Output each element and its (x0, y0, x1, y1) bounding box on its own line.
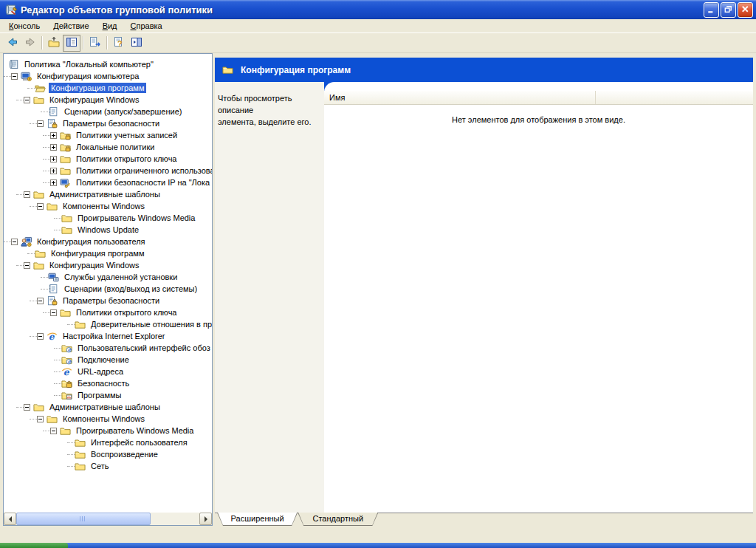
tree-item-label[interactable]: Пользовательский интерфейс обоз (75, 343, 213, 353)
collapse-icon[interactable] (37, 298, 44, 304)
toolbar-forward-button[interactable] (21, 35, 39, 52)
tree-item[interactable]: Параметры безопасности (4, 295, 212, 306)
tree-item-label[interactable]: Интерфейс пользователя (89, 437, 190, 448)
tree-item-label[interactable]: Воспроизведение (89, 449, 160, 459)
tree-item-label[interactable]: Параметры безопасности (61, 118, 162, 129)
tree-item[interactable]: Политики учетных записей (4, 129, 212, 141)
close-button[interactable] (738, 2, 753, 18)
expand-icon[interactable] (50, 144, 57, 151)
collapse-icon[interactable] (24, 97, 30, 103)
tree-item-label[interactable]: Компоненты Windows (61, 414, 147, 424)
tree-item[interactable]: eНастройка Internet Explorer (4, 330, 212, 342)
tree-item[interactable]: Сеть (4, 460, 212, 472)
collapse-icon[interactable] (37, 120, 44, 127)
tree-item[interactable]: Службы удаленной установки (4, 271, 212, 283)
tab-extended[interactable]: Расширенный (217, 513, 298, 526)
tree-item-label[interactable]: Локальные политики (74, 142, 157, 152)
tree-item[interactable]: Конфигурация программ (4, 247, 212, 259)
tree-item-label[interactable]: Сеть (89, 461, 111, 471)
menu-help[interactable]: Справка (124, 20, 169, 32)
tree-item-label[interactable]: Политики безопасности IP на "Лока (74, 177, 212, 188)
tree-item[interactable]: Политики открытого ключа (4, 306, 212, 318)
collapse-icon[interactable] (37, 333, 44, 340)
tree-item[interactable]: Конфигурация пользователя (4, 236, 212, 247)
tree-item[interactable]: Сценарии (вход/выход из системы) (4, 283, 212, 295)
tree-item-label[interactable]: Политики ограниченного использован (74, 165, 213, 176)
tree-item-label[interactable]: Конфигурация компьютера (35, 71, 141, 81)
tree-item-label[interactable]: Настройка Internet Explorer (61, 331, 168, 341)
column-header-blank[interactable] (596, 91, 753, 104)
tree-item[interactable]: Сценарии (запуск/завершение) (4, 106, 212, 117)
tab-standard[interactable]: Стандартный (298, 513, 378, 526)
tree-item[interactable]: eПользовательский интерфейс обоз (4, 342, 212, 354)
tree-item[interactable]: Административные шаблоны (4, 401, 212, 413)
collapse-icon[interactable] (24, 262, 30, 269)
tree-item[interactable]: Параметры безопасности (4, 117, 212, 129)
scroll-thumb[interactable] (16, 513, 151, 525)
tree-item-label[interactable]: Службы удаленной установки (62, 272, 179, 282)
toolbar-up-one-level-button[interactable] (45, 35, 63, 52)
tree-item-label[interactable]: Конфигурация пользователя (35, 236, 148, 247)
tree-item[interactable]: Политики ограниченного использован (4, 165, 212, 177)
expand-icon[interactable] (50, 179, 57, 186)
tree-item-label[interactable]: Сценарии (запуск/завершение) (62, 106, 184, 117)
collapse-icon[interactable] (24, 404, 30, 411)
menu-view[interactable]: Вид (96, 20, 124, 32)
tree-item[interactable]: Компоненты Windows (4, 413, 212, 425)
tree-item[interactable]: Доверительные отношения в пр (4, 318, 212, 330)
collapse-icon[interactable] (37, 203, 44, 210)
tree-item[interactable]: Конфигурация Windows (4, 94, 212, 106)
scroll-left-arrow[interactable] (4, 513, 16, 525)
tree-item[interactable]: eПодключение (4, 354, 212, 366)
tree-item[interactable]: Конфигурация компьютера (4, 70, 212, 82)
taskbar[interactable] (0, 543, 756, 548)
tree-item-label[interactable]: Сценарии (вход/выход из системы) (62, 284, 199, 294)
tree-item[interactable]: Административные шаблоны (4, 188, 212, 200)
tree-item[interactable]: Программы (4, 389, 212, 401)
expand-icon[interactable] (50, 168, 57, 174)
tree-item-label[interactable]: Конфигурация Windows (47, 95, 142, 105)
restore-button[interactable] (721, 2, 736, 18)
collapse-icon[interactable] (11, 73, 18, 80)
collapse-icon[interactable] (11, 239, 18, 245)
tree-item-label[interactable]: Безопасность (75, 378, 131, 388)
scroll-right-arrow[interactable] (199, 513, 212, 525)
tree-item-label[interactable]: Проигрыватель Windows Media (74, 425, 196, 436)
collapse-icon[interactable] (50, 309, 57, 316)
expand-icon[interactable] (50, 132, 57, 139)
tree-item[interactable]: Проигрыватель Windows Media (4, 425, 212, 436)
tree-item[interactable]: Конфигурация Windows (4, 259, 212, 271)
tree-item-label[interactable]: Подключение (75, 355, 131, 365)
tree-item[interactable]: Политики открытого ключа (4, 153, 212, 165)
tree-item-label[interactable]: Административные шаблоны (47, 189, 162, 199)
collapse-icon[interactable] (37, 416, 44, 422)
tree-item-label[interactable]: Конфигурация программ (49, 248, 146, 258)
tree-item-label[interactable]: Доверительные отношения в пр (89, 319, 213, 329)
toolbar-back-button[interactable] (4, 35, 21, 52)
tree-item-label[interactable]: Конфигурация программ (49, 83, 146, 93)
tree-item[interactable]: Безопасность (4, 377, 212, 389)
tree-item[interactable]: Интерфейс пользователя (4, 436, 212, 448)
tree-item[interactable]: Проигрыватель Windows Media (4, 212, 212, 224)
collapse-icon[interactable] (50, 428, 57, 434)
tree-item[interactable]: Политики безопасности IP на "Лока (4, 177, 212, 188)
title-bar[interactable]: Редактор объектов групповой политики (0, 0, 756, 19)
tree-item[interactable]: Локальные политики (4, 141, 212, 153)
tree-item-label[interactable]: Проигрыватель Windows Media (75, 213, 197, 223)
tree-item-label[interactable]: Windows Update (75, 225, 141, 235)
toolbar-show-panes-button[interactable] (128, 35, 145, 52)
tree-item[interactable]: Конфигурация программ (4, 82, 212, 94)
tree-item-label[interactable]: Политики открытого ключа (74, 307, 179, 318)
tree-item-label[interactable]: Программы (75, 390, 123, 400)
tree-item[interactable]: eURL-адреса (4, 366, 212, 377)
tree-item[interactable]: Windows Update (4, 224, 212, 236)
tree-item-label[interactable]: Политики учетных записей (74, 130, 179, 140)
toolbar-help-button[interactable]: ? (110, 35, 128, 52)
toolbar-export-list-button[interactable] (86, 35, 104, 52)
tree-item-label[interactable]: Политика "Локальный компьютер" (22, 59, 156, 69)
tree-item-label[interactable]: Политики открытого ключа (74, 154, 179, 164)
menu-console[interactable]: Консоль (2, 20, 47, 32)
start-button[interactable] (0, 543, 68, 548)
expand-icon[interactable] (50, 156, 57, 162)
tree-item-label[interactable]: Компоненты Windows (61, 201, 147, 211)
